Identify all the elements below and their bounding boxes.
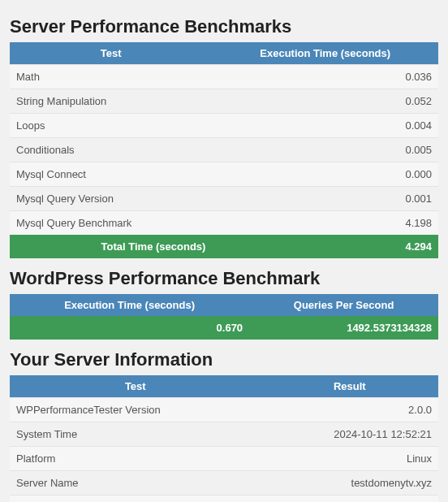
info-key: System Time <box>10 422 261 447</box>
section1-title: Server Performance Benchmarks <box>10 16 438 37</box>
col-info-result-header: Result <box>261 375 438 398</box>
section3-title: Your Server Information <box>10 349 438 370</box>
col-test-header: Test <box>10 42 212 65</box>
wp-exec-time: 0.670 <box>10 316 249 340</box>
info-value: 2024-10-11 12:52:21 <box>261 422 438 447</box>
info-value: 2.0.0 <box>261 398 438 422</box>
wp-benchmark-row: 0.670 1492.5373134328 <box>10 316 438 340</box>
test-time: 0.005 <box>212 138 438 162</box>
table-row: Math0.036 <box>10 65 438 89</box>
table-row: Mysql Query Version0.001 <box>10 187 438 211</box>
server-info-table: Test Result WPPerformanceTester Version2… <box>10 375 438 502</box>
test-name: Mysql Query Version <box>10 187 212 211</box>
col-info-test-header: Test <box>10 375 261 398</box>
col-qps-header: Queries Per Second <box>249 294 438 316</box>
wp-benchmark-table: Execution Time (seconds) Queries Per Sec… <box>10 294 438 340</box>
table-row: Loops0.004 <box>10 114 438 138</box>
table-row: PlatformLinux <box>10 447 438 471</box>
info-key: Server Address <box>10 496 261 503</box>
total-value: 4.294 <box>212 235 438 258</box>
info-key: Server Name <box>10 471 261 496</box>
test-name: Mysql Query Benchmark <box>10 211 212 236</box>
info-key: WPPerformanceTester Version <box>10 398 261 422</box>
table-row: System Time2024-10-11 12:52:21 <box>10 422 438 447</box>
test-time: 0.001 <box>212 187 438 211</box>
total-row: Total Time (seconds) 4.294 <box>10 235 438 258</box>
col-time-header: Execution Time (seconds) <box>212 42 438 65</box>
info-key: Platform <box>10 447 261 471</box>
table-row: Server Nametestdomenytv.xyz <box>10 471 438 496</box>
table-row: String Manipulation0.052 <box>10 89 438 114</box>
test-name: Math <box>10 65 212 89</box>
test-time: 0.004 <box>212 114 438 138</box>
test-time: 0.052 <box>212 89 438 114</box>
wp-qps: 1492.5373134328 <box>249 316 438 340</box>
table-row: Conditionals0.005 <box>10 138 438 162</box>
test-time: 4.198 <box>212 211 438 236</box>
info-value: testdomenytv.xyz <box>261 471 438 496</box>
col-exec-time-header: Execution Time (seconds) <box>10 294 249 316</box>
server-benchmarks-table: Test Execution Time (seconds) Math0.036 … <box>10 42 438 258</box>
table-row: WPPerformanceTester Version2.0.0 <box>10 398 438 422</box>
test-name: Loops <box>10 114 212 138</box>
test-name: Mysql Connect <box>10 162 212 187</box>
info-value: 185.221.109.1 <box>261 496 438 503</box>
section2-title: WordPress Performance Benchmark <box>10 268 438 289</box>
test-name: String Manipulation <box>10 89 212 114</box>
test-time: 0.036 <box>212 65 438 89</box>
test-time: 0.000 <box>212 162 438 187</box>
table-row: Mysql Query Benchmark4.198 <box>10 211 438 236</box>
table-row: Mysql Connect0.000 <box>10 162 438 187</box>
table-row: Server Address185.221.109.1 <box>10 496 438 503</box>
total-label: Total Time (seconds) <box>10 235 212 258</box>
info-value: Linux <box>261 447 438 471</box>
test-name: Conditionals <box>10 138 212 162</box>
